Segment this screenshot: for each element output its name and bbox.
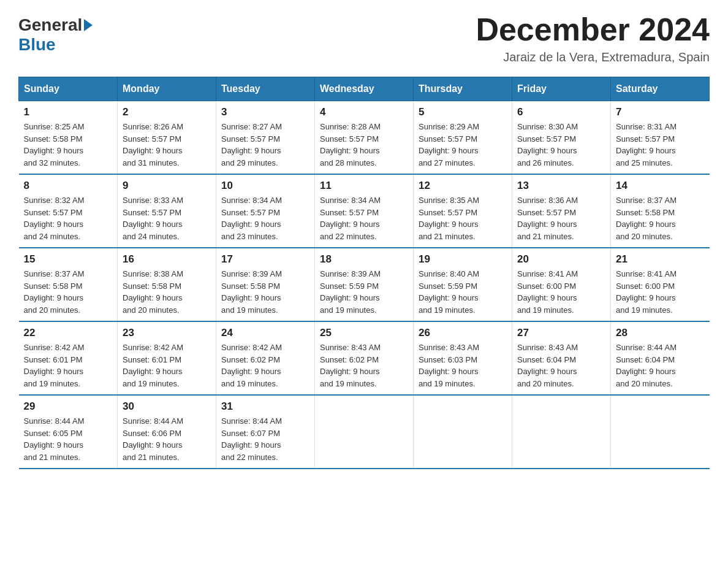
calendar-cell: 3Sunrise: 8:27 AMSunset: 5:57 PMDaylight… [216, 101, 315, 175]
calendar-cell [611, 395, 710, 469]
day-number: 29 [24, 400, 113, 413]
page-header: General Blue December 2024 Jaraiz de la … [18, 12, 710, 64]
day-info: Sunrise: 8:42 AMSunset: 6:01 PMDaylight:… [24, 342, 113, 389]
calendar-week-row: 8Sunrise: 8:32 AMSunset: 5:57 PMDaylight… [19, 174, 710, 248]
day-number: 11 [320, 180, 408, 192]
calendar-header: SundayMondayTuesdayWednesdayThursdayFrid… [19, 77, 710, 101]
day-number: 8 [24, 180, 113, 192]
weekday-header-wednesday: Wednesday [315, 77, 414, 101]
calendar-cell: 13Sunrise: 8:36 AMSunset: 5:57 PMDayligh… [512, 174, 611, 248]
calendar-week-row: 15Sunrise: 8:37 AMSunset: 5:58 PMDayligh… [19, 248, 710, 321]
calendar-cell: 12Sunrise: 8:35 AMSunset: 5:57 PMDayligh… [414, 174, 512, 248]
calendar-cell: 2Sunrise: 8:26 AMSunset: 5:57 PMDaylight… [118, 101, 216, 175]
calendar-cell: 9Sunrise: 8:33 AMSunset: 5:57 PMDaylight… [118, 174, 216, 248]
day-info: Sunrise: 8:41 AMSunset: 6:00 PMDaylight:… [517, 268, 605, 316]
day-info: Sunrise: 8:44 AMSunset: 6:04 PMDaylight:… [616, 342, 705, 389]
day-info: Sunrise: 8:33 AMSunset: 5:57 PMDaylight:… [123, 194, 211, 242]
calendar-week-row: 1Sunrise: 8:25 AMSunset: 5:58 PMDaylight… [19, 101, 710, 175]
day-number: 31 [221, 400, 309, 413]
calendar-cell: 4Sunrise: 8:28 AMSunset: 5:57 PMDaylight… [315, 101, 414, 175]
calendar-cell: 15Sunrise: 8:37 AMSunset: 5:58 PMDayligh… [19, 248, 118, 321]
day-info: Sunrise: 8:40 AMSunset: 5:59 PMDaylight:… [419, 268, 507, 316]
calendar-cell: 26Sunrise: 8:43 AMSunset: 6:03 PMDayligh… [414, 321, 512, 395]
day-number: 17 [221, 253, 309, 266]
logo: General Blue [18, 12, 93, 55]
day-number: 19 [419, 253, 507, 266]
day-info: Sunrise: 8:34 AMSunset: 5:57 PMDaylight:… [320, 194, 408, 242]
day-number: 21 [616, 253, 705, 266]
location-subtitle: Jaraiz de la Vera, Extremadura, Spain [476, 50, 710, 64]
calendar-cell [414, 395, 512, 469]
calendar-cell: 18Sunrise: 8:39 AMSunset: 5:59 PMDayligh… [315, 248, 414, 321]
day-number: 22 [24, 327, 113, 339]
calendar-cell: 14Sunrise: 8:37 AMSunset: 5:58 PMDayligh… [611, 174, 710, 248]
calendar-cell: 25Sunrise: 8:43 AMSunset: 6:02 PMDayligh… [315, 321, 414, 395]
day-info: Sunrise: 8:37 AMSunset: 5:58 PMDaylight:… [24, 268, 113, 316]
logo-arrow-icon [84, 19, 93, 31]
day-number: 24 [221, 327, 309, 339]
weekday-header-friday: Friday [512, 77, 611, 101]
calendar-week-row: 29Sunrise: 8:44 AMSunset: 6:05 PMDayligh… [19, 395, 710, 469]
calendar-cell: 6Sunrise: 8:30 AMSunset: 5:57 PMDaylight… [512, 101, 611, 175]
day-number: 13 [517, 180, 605, 192]
day-info: Sunrise: 8:43 AMSunset: 6:03 PMDaylight:… [419, 342, 507, 389]
day-number: 1 [24, 106, 113, 118]
day-info: Sunrise: 8:44 AMSunset: 6:06 PMDaylight:… [123, 415, 211, 463]
logo-general-text: General [18, 15, 82, 35]
day-number: 3 [221, 106, 309, 118]
day-info: Sunrise: 8:37 AMSunset: 5:58 PMDaylight:… [616, 194, 705, 242]
day-info: Sunrise: 8:28 AMSunset: 5:57 PMDaylight:… [320, 121, 408, 169]
day-number: 28 [616, 327, 705, 339]
day-number: 6 [517, 106, 605, 118]
day-number: 18 [320, 253, 408, 266]
calendar-cell: 29Sunrise: 8:44 AMSunset: 6:05 PMDayligh… [19, 395, 118, 469]
day-number: 27 [517, 327, 605, 339]
day-info: Sunrise: 8:27 AMSunset: 5:57 PMDaylight:… [221, 121, 309, 169]
calendar-cell: 20Sunrise: 8:41 AMSunset: 6:00 PMDayligh… [512, 248, 611, 321]
weekday-header-saturday: Saturday [611, 77, 710, 101]
weekday-header-monday: Monday [118, 77, 216, 101]
day-info: Sunrise: 8:44 AMSunset: 6:05 PMDaylight:… [24, 415, 113, 463]
day-info: Sunrise: 8:29 AMSunset: 5:57 PMDaylight:… [419, 121, 507, 169]
day-number: 26 [419, 327, 507, 339]
calendar-table: SundayMondayTuesdayWednesdayThursdayFrid… [18, 77, 710, 469]
title-area: December 2024 Jaraiz de la Vera, Extrema… [476, 12, 710, 64]
weekday-header-tuesday: Tuesday [216, 77, 315, 101]
day-info: Sunrise: 8:41 AMSunset: 6:00 PMDaylight:… [616, 268, 705, 316]
calendar-cell: 21Sunrise: 8:41 AMSunset: 6:00 PMDayligh… [611, 248, 710, 321]
day-number: 20 [517, 253, 605, 266]
day-info: Sunrise: 8:39 AMSunset: 5:59 PMDaylight:… [320, 268, 408, 316]
day-number: 5 [419, 106, 507, 118]
day-info: Sunrise: 8:34 AMSunset: 5:57 PMDaylight:… [221, 194, 309, 242]
day-number: 23 [123, 327, 211, 339]
calendar-cell: 24Sunrise: 8:42 AMSunset: 6:02 PMDayligh… [216, 321, 315, 395]
day-info: Sunrise: 8:38 AMSunset: 5:58 PMDaylight:… [123, 268, 211, 316]
logo-text: General [18, 15, 93, 35]
calendar-cell: 7Sunrise: 8:31 AMSunset: 5:57 PMDaylight… [611, 101, 710, 175]
day-info: Sunrise: 8:25 AMSunset: 5:58 PMDaylight:… [24, 121, 113, 169]
day-info: Sunrise: 8:42 AMSunset: 6:01 PMDaylight:… [123, 342, 211, 389]
calendar-cell: 11Sunrise: 8:34 AMSunset: 5:57 PMDayligh… [315, 174, 414, 248]
calendar-cell: 17Sunrise: 8:39 AMSunset: 5:58 PMDayligh… [216, 248, 315, 321]
day-info: Sunrise: 8:43 AMSunset: 6:04 PMDaylight:… [517, 342, 605, 389]
day-info: Sunrise: 8:26 AMSunset: 5:57 PMDaylight:… [123, 121, 211, 169]
calendar-cell: 1Sunrise: 8:25 AMSunset: 5:58 PMDaylight… [19, 101, 118, 175]
calendar-cell [512, 395, 611, 469]
day-number: 30 [123, 400, 211, 413]
weekday-header-thursday: Thursday [414, 77, 512, 101]
day-number: 7 [616, 106, 705, 118]
day-info: Sunrise: 8:36 AMSunset: 5:57 PMDaylight:… [517, 194, 605, 242]
day-info: Sunrise: 8:35 AMSunset: 5:57 PMDaylight:… [419, 194, 507, 242]
day-number: 16 [123, 253, 211, 266]
day-number: 14 [616, 180, 705, 192]
day-number: 15 [24, 253, 113, 266]
day-info: Sunrise: 8:44 AMSunset: 6:07 PMDaylight:… [221, 415, 309, 463]
logo-blue-text: Blue [18, 35, 56, 55]
day-info: Sunrise: 8:32 AMSunset: 5:57 PMDaylight:… [24, 194, 113, 242]
calendar-cell: 30Sunrise: 8:44 AMSunset: 6:06 PMDayligh… [118, 395, 216, 469]
month-title: December 2024 [476, 12, 710, 47]
day-info: Sunrise: 8:31 AMSunset: 5:57 PMDaylight:… [616, 121, 705, 169]
day-number: 25 [320, 327, 408, 339]
calendar-cell: 16Sunrise: 8:38 AMSunset: 5:58 PMDayligh… [118, 248, 216, 321]
calendar-cell: 22Sunrise: 8:42 AMSunset: 6:01 PMDayligh… [19, 321, 118, 395]
